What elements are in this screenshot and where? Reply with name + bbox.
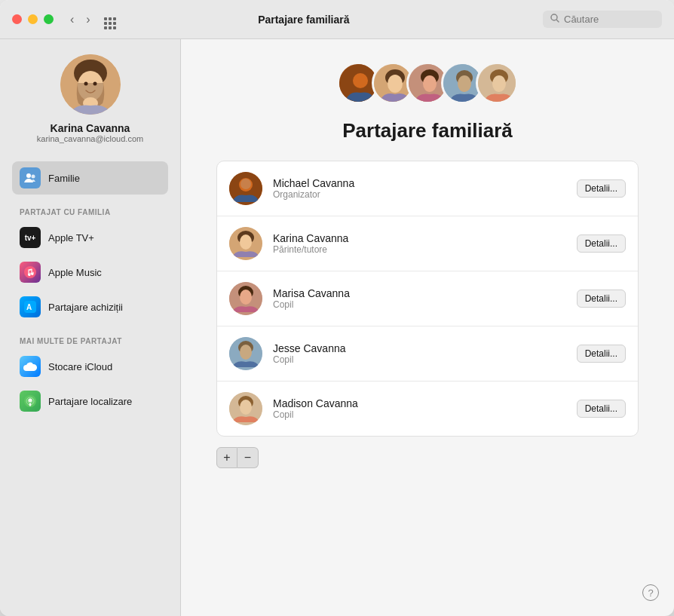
svg-point-38 [240,234,252,250]
search-icon [550,14,559,25]
appstore-icon: A [20,296,41,317]
window-controls [12,14,54,24]
applemusic-icon [20,262,41,283]
sidebar-item-localizare[interactable]: Partajare localizare [12,385,168,418]
member-avatar-michael [229,172,262,205]
member-role-marisa: Copil [273,299,566,310]
member-avatar-karina [229,227,262,260]
sidebar-user-email: karina_cavanna@icloud.com [37,134,143,143]
family-list-item-michael: Michael Cavanna Organizator Detalii... [217,161,638,216]
member-info-michael: Michael Cavanna Organizator [273,177,566,200]
svg-point-9 [32,175,35,179]
family-list-item-madison: Madison Cavanna Copil Detalii... [217,382,638,436]
sidebar-appletv-label: Apple TV+ [48,232,94,244]
search-bar[interactable] [543,11,662,28]
sidebar-stocare-label: Stocare iCloud [48,361,112,372]
family-list-item-karina: Karina Cavanna Părinte/tutore Detalii... [217,216,638,271]
sidebar-applemusic-label: Apple Music [48,267,102,278]
titlebar: ‹ › Partajare familiară [0,0,674,39]
minimize-button[interactable] [28,14,38,24]
svg-point-26 [423,75,437,92]
family-list: Michael Cavanna Organizator Detalii... [216,161,639,437]
sidebar-item-appletv[interactable]: tv+ Apple TV+ [12,221,168,254]
page-title: Partajare familiară [342,119,512,143]
details-btn-madison[interactable]: Detalii... [577,400,626,418]
svg-line-1 [557,20,559,23]
sidebar-achizitii-label: Partajare achiziții [48,302,123,313]
app-window: ‹ › Partajare familiară [0,0,674,616]
member-role-karina: Părinte/tutore [273,244,566,255]
family-avatars-row [337,62,518,104]
findmy-icon [20,391,41,412]
user-avatar [60,54,121,115]
svg-point-12 [31,273,33,275]
window-title: Partajare familiară [65,14,543,26]
sidebar-item-familie[interactable]: Familie [12,161,168,195]
member-name-jesse: Jesse Cavanna [273,342,566,354]
main-wrapper: Partajare familiară [181,39,674,616]
maximize-button[interactable] [44,14,54,24]
svg-point-20 [353,73,368,88]
details-btn-michael[interactable]: Detalii... [577,179,626,198]
sidebar-familie-label: Familie [48,173,80,184]
search-input[interactable] [564,14,654,25]
member-avatar-jesse [229,337,262,370]
svg-point-10 [24,266,36,278]
sidebar-localizare-label: Partajare localizare [48,396,132,407]
details-btn-marisa[interactable]: Detalii... [577,290,626,308]
family-list-item-marisa: Marisa Cavanna Copil Detalii... [217,271,638,326]
member-name-michael: Michael Cavanna [273,177,566,189]
svg-point-0 [551,14,557,20]
content-area: Karina Cavanna karina_cavanna@icloud.com… [0,39,674,616]
family-avatar-madison [476,62,518,104]
remove-member-button[interactable]: − [237,447,259,468]
svg-point-41 [240,290,252,305]
member-info-karina: Karina Cavanna Părinte/tutore [273,232,566,255]
svg-point-35 [240,179,251,189]
add-member-button[interactable]: + [216,447,237,468]
svg-text:A: A [26,303,32,311]
sidebar-item-applemusic[interactable]: Apple Music [12,256,168,289]
sidebar-user-name: Karina Cavanna [51,122,130,134]
sidebar: Karina Cavanna karina_cavanna@icloud.com… [0,39,181,616]
details-btn-jesse[interactable]: Detalii... [577,345,626,363]
icloud-icon [20,356,41,377]
member-avatar-marisa [229,282,262,315]
family-icon [20,167,41,188]
sidebar-item-stocare[interactable]: Stocare iCloud [12,350,168,383]
member-role-michael: Organizator [273,189,566,200]
sidebar-item-achizitii[interactable]: A Partajare achiziții [12,290,168,323]
member-role-jesse: Copil [273,354,566,365]
main-content: Partajare familiară [181,39,674,616]
svg-point-47 [240,400,252,415]
user-profile: Karina Cavanna karina_cavanna@icloud.com [12,54,168,143]
svg-point-23 [388,75,403,93]
member-role-madison: Copil [273,409,566,420]
section-more-header: MAI MULTE DE PARTAJAT [20,337,168,345]
member-name-karina: Karina Cavanna [273,232,566,244]
svg-point-44 [240,345,252,360]
close-button[interactable] [12,14,22,24]
member-name-marisa: Marisa Cavanna [273,287,566,299]
svg-point-11 [28,274,30,276]
svg-point-32 [492,75,506,92]
member-avatar-madison [229,392,262,425]
svg-point-29 [458,75,471,92]
member-name-madison: Madison Cavanna [273,397,566,409]
list-actions: + − [216,447,259,468]
appletv-icon: tv+ [20,227,41,248]
member-info-madison: Madison Cavanna Copil [273,397,566,420]
member-info-marisa: Marisa Cavanna Copil [273,287,566,310]
details-btn-karina[interactable]: Detalii... [577,234,626,253]
help-button[interactable]: ? [642,584,659,601]
member-info-jesse: Jesse Cavanna Copil [273,342,566,365]
svg-point-8 [26,173,31,178]
family-list-item-jesse: Jesse Cavanna Copil Detalii... [217,326,638,382]
section-shared-header: PARTAJAT CU FAMILIA [20,208,168,216]
